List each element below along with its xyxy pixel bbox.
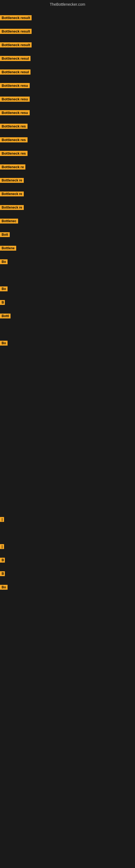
- badge-item: B: [0, 300, 5, 306]
- bottleneck-badge: B: [0, 558, 5, 563]
- bottleneck-badge: Bo: [0, 259, 8, 264]
- badge-item: Bottleneck resul: [0, 56, 31, 62]
- bottleneck-badge: Bottleneck res: [0, 151, 28, 156]
- bottleneck-badge: Bottleneck re: [0, 191, 24, 196]
- bottleneck-badge: Bottleneck result: [0, 15, 32, 20]
- bottleneck-badge: Bottlene: [0, 246, 16, 251]
- bottleneck-badge: Bottleneck re: [0, 164, 26, 169]
- bottleneck-badge: Bottleneck resu: [0, 97, 30, 102]
- bottleneck-badge: Bottleneck result: [0, 42, 32, 48]
- badge-item: B: [0, 571, 5, 577]
- badge-item: Bottleneck res: [0, 124, 28, 130]
- badge-item: Bo: [0, 585, 8, 591]
- bottleneck-badge: Bottlenec: [0, 219, 18, 223]
- bottleneck-badge: Bottleneck resu: [0, 83, 30, 88]
- badge-item: Bottlenec: [0, 219, 18, 225]
- bottleneck-badge: Bo: [0, 286, 8, 291]
- bottleneck-badge: Bottleneck re: [0, 205, 24, 210]
- badge-item: Bottleneck re: [0, 191, 24, 197]
- badge-item: Bott: [0, 232, 10, 238]
- badge-item: |: [0, 517, 4, 523]
- badge-item: Bottleneck re: [0, 178, 24, 184]
- badge-item: Bottleneck re: [0, 205, 24, 211]
- bottleneck-badge: Bottleneck resul: [0, 69, 31, 74]
- bottleneck-badge: Bottl: [0, 314, 10, 318]
- badge-item: Bottl: [0, 314, 10, 319]
- bottleneck-badge: Bottleneck res: [0, 137, 28, 143]
- bottleneck-badge: Bott: [0, 232, 10, 237]
- badge-item: Bottlene: [0, 246, 16, 252]
- badge-item: Bottleneck re: [0, 164, 26, 170]
- badge-item: Bottleneck result: [0, 15, 32, 22]
- badge-item: |: [0, 544, 4, 550]
- badge-item: Bottleneck resul: [0, 69, 31, 76]
- badge-item: Bottleneck resu: [0, 110, 30, 116]
- bottleneck-badge: B: [0, 300, 5, 305]
- bottleneck-badge: Bottleneck result: [0, 29, 32, 34]
- site-title: TheBottlenecker.com: [0, 0, 135, 8]
- bottleneck-badge: Bottleneck resul: [0, 56, 31, 61]
- badge-item: Bottleneck resu: [0, 83, 30, 89]
- bottleneck-badge: Bottleneck res: [0, 124, 28, 129]
- badge-item: Bottleneck result: [0, 29, 32, 35]
- bottleneck-badge: |: [0, 544, 4, 549]
- badge-item: Bottleneck res: [0, 151, 28, 157]
- badge-item: Bottleneck resu: [0, 97, 30, 103]
- bottleneck-badge: Bo: [0, 585, 8, 590]
- badge-item: Bo: [0, 259, 8, 265]
- badge-item: B: [0, 558, 5, 564]
- badge-item: Bo: [0, 341, 8, 347]
- badge-item: Bottleneck result: [0, 42, 32, 49]
- bottleneck-badge: |: [0, 517, 4, 522]
- bottleneck-badge: Bottleneck resu: [0, 110, 30, 115]
- badge-item: Bo: [0, 286, 8, 292]
- bottleneck-badge: Bottleneck re: [0, 178, 24, 183]
- bottleneck-badge: Bo: [0, 341, 8, 346]
- badge-item: Bottleneck res: [0, 137, 28, 144]
- bottleneck-badge: B: [0, 571, 5, 576]
